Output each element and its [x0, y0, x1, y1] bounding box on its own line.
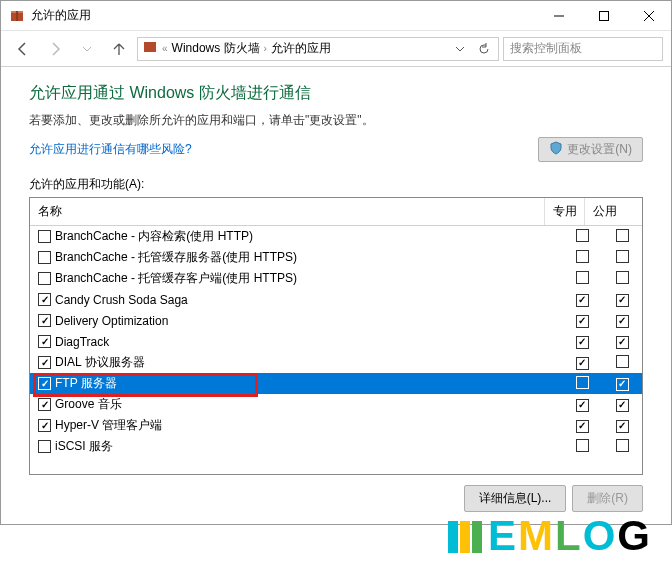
- firewall-icon: [9, 8, 25, 24]
- public-checkbox[interactable]: [616, 439, 629, 452]
- public-checkbox[interactable]: [616, 315, 629, 328]
- enable-checkbox[interactable]: [38, 335, 51, 348]
- list-item[interactable]: Candy Crush Soda Saga: [30, 289, 642, 310]
- titlebar: 允许的应用: [1, 1, 671, 31]
- list-item[interactable]: Hyper-V 管理客户端: [30, 415, 642, 436]
- enable-checkbox[interactable]: [38, 377, 51, 390]
- public-checkbox[interactable]: [616, 250, 629, 263]
- public-checkbox[interactable]: [616, 271, 629, 284]
- back-button[interactable]: [9, 35, 37, 63]
- list-label: 允许的应用和功能(A):: [29, 176, 643, 193]
- column-name[interactable]: 名称: [30, 198, 545, 225]
- minimize-button[interactable]: [536, 1, 581, 31]
- private-checkbox[interactable]: [576, 294, 589, 307]
- enable-checkbox[interactable]: [38, 293, 51, 306]
- address-bar[interactable]: « Windows 防火墙 › 允许的应用: [137, 37, 499, 61]
- close-button[interactable]: [626, 1, 671, 31]
- svg-rect-7: [144, 42, 156, 52]
- window: 允许的应用 « Windows 防火墙 › 允许的应用 搜索控制面板 允许应用通…: [0, 0, 672, 525]
- page-subtext: 若要添加、更改或删除所允许的应用和端口，请单击"更改设置"。: [29, 112, 643, 129]
- public-checkbox[interactable]: [616, 294, 629, 307]
- enable-checkbox[interactable]: [38, 272, 51, 285]
- shield-icon: [549, 141, 563, 158]
- enable-checkbox[interactable]: [38, 356, 51, 369]
- app-name: BranchCache - 托管缓存服务器(使用 HTTPS): [55, 249, 297, 266]
- app-name: Delivery Optimization: [55, 314, 168, 328]
- list-item[interactable]: BranchCache - 内容检索(使用 HTTP): [30, 226, 642, 247]
- private-checkbox[interactable]: [576, 250, 589, 263]
- app-name: Groove 音乐: [55, 396, 122, 413]
- private-checkbox[interactable]: [576, 399, 589, 412]
- watermark-logo: EMLOG: [448, 512, 652, 563]
- content-area: 允许应用通过 Windows 防火墙进行通信 若要添加、更改或删除所允许的应用和…: [1, 67, 671, 524]
- public-checkbox[interactable]: [616, 336, 629, 349]
- list-body[interactable]: BranchCache - 内容检索(使用 HTTP)BranchCache -…: [30, 226, 642, 476]
- svg-rect-2: [16, 11, 18, 21]
- svg-rect-4: [599, 11, 608, 20]
- list-item[interactable]: BranchCache - 托管缓存客户端(使用 HTTPS): [30, 268, 642, 289]
- app-name: iSCSI 服务: [55, 438, 113, 455]
- enable-checkbox[interactable]: [38, 440, 51, 453]
- app-name: BranchCache - 内容检索(使用 HTTP): [55, 228, 253, 245]
- private-checkbox[interactable]: [576, 229, 589, 242]
- breadcrumb-segment[interactable]: Windows 防火墙: [172, 40, 260, 57]
- change-settings-button[interactable]: 更改设置(N): [538, 137, 643, 162]
- public-checkbox[interactable]: [616, 420, 629, 433]
- list-header: 名称 专用 公用: [30, 198, 642, 226]
- window-title: 允许的应用: [31, 7, 536, 24]
- risk-link[interactable]: 允许应用进行通信有哪些风险?: [29, 141, 192, 158]
- refresh-button[interactable]: [474, 38, 494, 60]
- chevron-right-icon: ›: [264, 43, 267, 54]
- private-checkbox[interactable]: [576, 376, 589, 389]
- recent-dropdown[interactable]: [73, 35, 101, 63]
- private-checkbox[interactable]: [576, 336, 589, 349]
- forward-button[interactable]: [41, 35, 69, 63]
- enable-checkbox[interactable]: [38, 314, 51, 327]
- public-checkbox[interactable]: [616, 229, 629, 242]
- list-item[interactable]: DIAL 协议服务器: [30, 352, 642, 373]
- column-public[interactable]: 公用: [585, 198, 625, 225]
- private-checkbox[interactable]: [576, 357, 589, 370]
- page-heading: 允许应用通过 Windows 防火墙进行通信: [29, 83, 643, 104]
- public-checkbox[interactable]: [616, 355, 629, 368]
- remove-button[interactable]: 删除(R): [572, 485, 643, 512]
- chevron-right-icon: «: [162, 43, 168, 54]
- app-name: Hyper-V 管理客户端: [55, 417, 162, 434]
- public-checkbox[interactable]: [616, 378, 629, 391]
- list-item[interactable]: DiagTrack: [30, 331, 642, 352]
- app-name: Candy Crush Soda Saga: [55, 293, 188, 307]
- enable-checkbox[interactable]: [38, 398, 51, 411]
- private-checkbox[interactable]: [576, 439, 589, 452]
- list-item[interactable]: Groove 音乐: [30, 394, 642, 415]
- breadcrumb-segment[interactable]: 允许的应用: [271, 40, 331, 57]
- address-dropdown[interactable]: [450, 38, 470, 60]
- list-item[interactable]: Delivery Optimization: [30, 310, 642, 331]
- details-button[interactable]: 详细信息(L)...: [464, 485, 567, 512]
- enable-checkbox[interactable]: [38, 419, 51, 432]
- app-name: BranchCache - 托管缓存客户端(使用 HTTPS): [55, 270, 297, 287]
- up-button[interactable]: [105, 35, 133, 63]
- enable-checkbox[interactable]: [38, 251, 51, 264]
- enable-checkbox[interactable]: [38, 230, 51, 243]
- navbar: « Windows 防火墙 › 允许的应用 搜索控制面板: [1, 31, 671, 67]
- app-name: DIAL 协议服务器: [55, 354, 145, 371]
- private-checkbox[interactable]: [576, 315, 589, 328]
- private-checkbox[interactable]: [576, 271, 589, 284]
- public-checkbox[interactable]: [616, 399, 629, 412]
- list-item[interactable]: FTP 服务器: [30, 373, 642, 394]
- private-checkbox[interactable]: [576, 420, 589, 433]
- allowed-apps-list: 名称 专用 公用 BranchCache - 内容检索(使用 HTTP)Bran…: [29, 197, 643, 475]
- list-item[interactable]: BranchCache - 托管缓存服务器(使用 HTTPS): [30, 247, 642, 268]
- maximize-button[interactable]: [581, 1, 626, 31]
- app-name: DiagTrack: [55, 335, 109, 349]
- column-private[interactable]: 专用: [545, 198, 585, 225]
- app-name: FTP 服务器: [55, 375, 117, 392]
- firewall-icon: [142, 39, 158, 58]
- list-item[interactable]: iSCSI 服务: [30, 436, 642, 457]
- search-input[interactable]: 搜索控制面板: [503, 37, 663, 61]
